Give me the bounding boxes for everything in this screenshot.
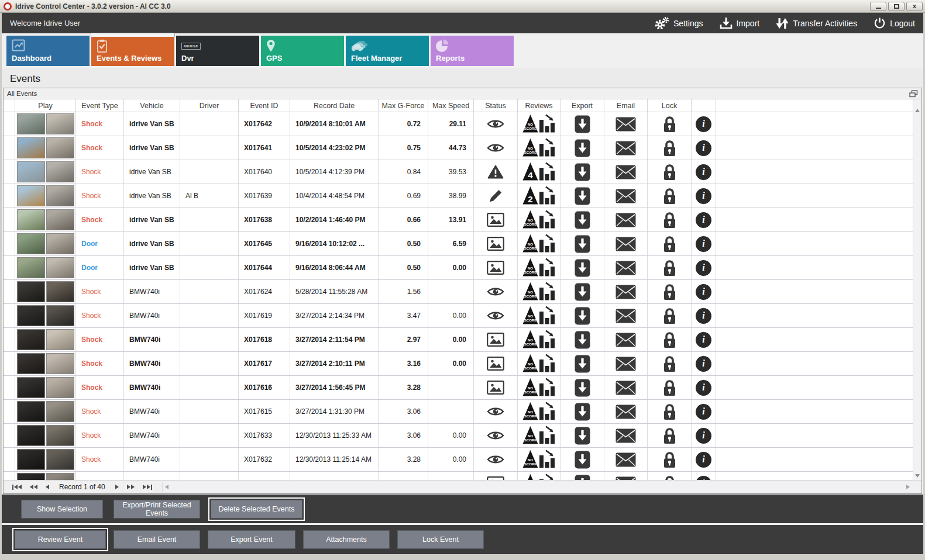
cabin-camera-thumbnail[interactable]: [46, 401, 74, 422]
scroll-down-icon[interactable]: [915, 474, 920, 478]
row-selector-cell[interactable]: [4, 112, 15, 136]
export-cell[interactable]: [560, 352, 604, 375]
front-camera-thumbnail[interactable]: [17, 113, 45, 134]
cabin-camera-thumbnail[interactable]: [46, 233, 74, 254]
email-cell[interactable]: [604, 376, 648, 399]
front-camera-thumbnail[interactable]: [17, 209, 45, 230]
lock-cell[interactable]: [648, 424, 692, 447]
play-cell[interactable]: [15, 136, 76, 160]
row-selector-cell[interactable]: [4, 304, 15, 327]
info-cell[interactable]: i: [692, 280, 716, 303]
tab-events-reviews[interactable]: Events & Reviews: [91, 36, 174, 66]
play-cell[interactable]: [15, 472, 76, 480]
front-camera-thumbnail[interactable]: [17, 161, 45, 182]
front-camera-thumbnail[interactable]: [17, 233, 45, 254]
row-selector-cell[interactable]: [4, 400, 15, 423]
status-cell[interactable]: [474, 160, 518, 184]
info-cell[interactable]: i: [692, 136, 716, 160]
table-row[interactable]: Door idrive Van SB X017645 9/16/2014 10:…: [4, 232, 921, 256]
email-cell[interactable]: [604, 472, 648, 480]
export-cell[interactable]: [560, 136, 604, 160]
next-record-button[interactable]: [111, 485, 123, 489]
table-row[interactable]: Shock BMW740i X017631 12/30/2013 10:08:1…: [4, 472, 921, 480]
play-cell[interactable]: [15, 424, 76, 447]
maximize-button[interactable]: [888, 2, 905, 11]
column-header-max-speed[interactable]: Max Speed: [428, 99, 474, 112]
email-event-button[interactable]: Email Event: [114, 530, 200, 549]
vertical-scrollbar[interactable]: [913, 99, 921, 480]
import-button[interactable]: Import: [720, 17, 760, 29]
previous-record-button[interactable]: [42, 485, 53, 489]
email-cell[interactable]: [604, 424, 648, 447]
scroll-right-icon[interactable]: [906, 485, 910, 489]
email-cell[interactable]: [604, 184, 648, 208]
front-camera-thumbnail[interactable]: [17, 329, 45, 350]
row-selector-cell[interactable]: [4, 352, 15, 375]
reviews-cell[interactable]: NOSCORE 2: [518, 184, 560, 208]
export-cell[interactable]: [560, 376, 604, 399]
cabin-camera-thumbnail[interactable]: [46, 209, 74, 230]
play-cell[interactable]: [15, 328, 76, 351]
play-cell[interactable]: [15, 376, 76, 399]
play-cell[interactable]: [15, 208, 76, 231]
cabin-camera-thumbnail[interactable]: [46, 161, 74, 182]
row-selector-cell[interactable]: [4, 208, 15, 231]
lock-cell[interactable]: [648, 328, 692, 351]
lock-cell[interactable]: [648, 304, 692, 327]
info-cell[interactable]: i: [692, 232, 716, 255]
first-record-button[interactable]: [8, 485, 26, 490]
email-cell[interactable]: [604, 160, 648, 184]
table-row[interactable]: Door idrive Van SB X017644 9/16/2014 8:0…: [4, 256, 921, 280]
fast-next-button[interactable]: [123, 485, 139, 489]
reviews-cell[interactable]: NOSCORE: [518, 232, 560, 255]
info-cell[interactable]: i: [692, 208, 716, 231]
table-row[interactable]: Shock BMW740i X017618 3/27/2014 2:11:54 …: [4, 328, 921, 352]
play-cell[interactable]: [15, 232, 76, 255]
info-cell[interactable]: i: [692, 448, 716, 471]
settings-button[interactable]: Settings: [654, 16, 703, 30]
info-cell[interactable]: i: [692, 400, 716, 423]
minimize-button[interactable]: [870, 2, 886, 11]
row-selector-cell[interactable]: [4, 376, 15, 399]
delete-selected-button[interactable]: Delete Selected Events: [211, 500, 302, 518]
export-cell[interactable]: [560, 184, 604, 208]
column-header-vehicle[interactable]: Vehicle: [124, 99, 180, 112]
attachments-button[interactable]: Attachments: [303, 530, 390, 549]
play-cell[interactable]: [15, 304, 76, 327]
info-cell[interactable]: i: [692, 112, 716, 136]
table-row[interactable]: Shock BMW740i X017617 3/27/2014 2:10:11 …: [4, 352, 921, 376]
reviews-cell[interactable]: NOSCORE: [518, 328, 560, 351]
export-cell[interactable]: [560, 328, 604, 351]
lock-cell[interactable]: [648, 448, 692, 471]
info-cell[interactable]: i: [692, 184, 716, 208]
front-camera-thumbnail[interactable]: [17, 137, 45, 158]
lock-cell[interactable]: [648, 472, 692, 480]
email-cell[interactable]: [604, 112, 648, 136]
scroll-left-icon[interactable]: [165, 485, 169, 489]
column-header-record-date[interactable]: Record Date: [290, 99, 379, 112]
info-cell[interactable]: i: [692, 304, 716, 327]
reviews-cell[interactable]: NOSCORE: [518, 256, 560, 279]
export-cell[interactable]: [560, 208, 604, 231]
status-cell[interactable]: [474, 208, 518, 231]
status-cell[interactable]: [474, 424, 518, 447]
status-cell[interactable]: [474, 232, 518, 255]
email-cell[interactable]: [604, 328, 648, 351]
lock-cell[interactable]: [648, 376, 692, 399]
status-cell[interactable]: [474, 328, 518, 351]
email-cell[interactable]: [604, 280, 648, 303]
logout-button[interactable]: Logout: [874, 17, 915, 29]
cabin-camera-thumbnail[interactable]: [46, 377, 74, 398]
column-header-max-gforce[interactable]: Max G-Force: [379, 99, 428, 112]
tab-gps[interactable]: GPS: [261, 36, 344, 66]
play-cell[interactable]: [15, 448, 76, 471]
status-cell[interactable]: [474, 352, 518, 375]
lock-cell[interactable]: [648, 232, 692, 255]
column-header-reviews[interactable]: Reviews: [518, 99, 560, 112]
play-cell[interactable]: [15, 400, 76, 423]
play-cell[interactable]: [15, 352, 76, 375]
table-row[interactable]: Shock BMW740i X017619 3/27/2014 2:14:34 …: [4, 304, 921, 328]
front-camera-thumbnail[interactable]: [17, 257, 45, 278]
info-cell[interactable]: i: [692, 328, 716, 351]
show-selection-button[interactable]: Show Selection: [21, 500, 103, 518]
